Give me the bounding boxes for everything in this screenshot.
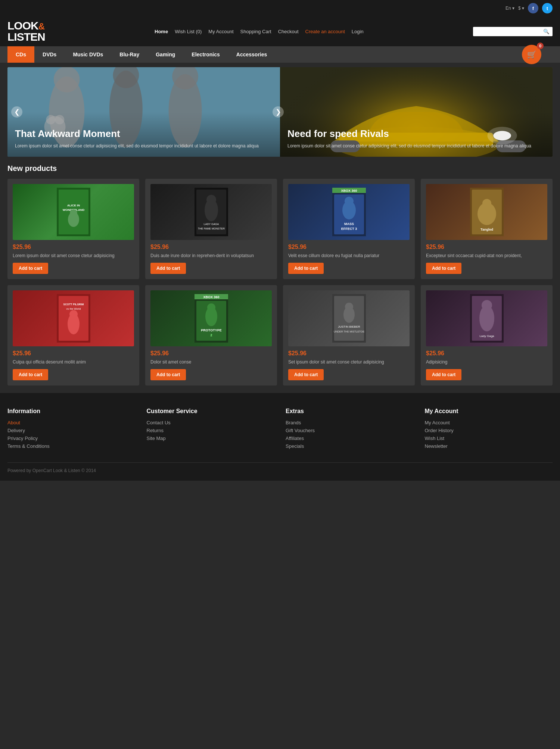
product-card-p1: ALICE IN WONDERLAND $25.96 Lorem ipsum d… — [7, 179, 139, 279]
footer-extras-title: Extras — [286, 408, 414, 415]
footer-link-order-history[interactable]: Order History — [425, 428, 553, 433]
product-price-p7: $25.96 — [288, 350, 410, 357]
logo-line2: LISTEN — [7, 31, 45, 43]
add-to-cart-p8[interactable]: Add to cart — [426, 369, 461, 380]
svg-text:Tangled: Tangled — [480, 228, 493, 231]
footer-information-title: Information — [7, 408, 136, 415]
product-desc-p2: Duis aute irure dolor in reprehen-derit … — [150, 253, 272, 259]
product-price-p1: $25.96 — [13, 244, 134, 250]
hero-right-panel: Need for speed Rivals Lorem ipsum dolor … — [280, 67, 553, 157]
hero-next-button[interactable]: ❯ — [273, 106, 284, 118]
footer-link-brands[interactable]: Brands — [286, 420, 414, 425]
product-price-p2: $25.96 — [150, 244, 272, 250]
cat-blu-ray[interactable]: Blu-Ray — [111, 46, 147, 63]
svg-point-69 — [482, 300, 492, 310]
product-card-p4: Tangled $25.96 Excepteur sint occaecat c… — [421, 179, 553, 279]
product-card-p6: XBOX 360 PROTOTYPE 2 $25.96 Dolor sit am… — [145, 285, 277, 386]
footer-link-affiliates[interactable]: Affiliates — [286, 436, 414, 441]
product-card-p7: JUSTIN BIEBER UNDER THE MISTLETOE $25.96… — [283, 285, 415, 386]
svg-point-31 — [206, 195, 216, 205]
product-image-p8: Lady Gaga — [426, 290, 547, 346]
product-price-p4: $25.96 — [426, 244, 547, 250]
products-section-title: New products — [7, 164, 553, 173]
footer-link-privacy[interactable]: Privacy Policy — [7, 436, 136, 441]
add-to-cart-p3[interactable]: Add to cart — [288, 263, 324, 274]
footer-link-contact[interactable]: Contact Us — [147, 420, 275, 425]
svg-point-50 — [69, 310, 78, 318]
product-card-p8: Lady Gaga $25.96 Adipisicing Add to cart — [421, 285, 553, 386]
footer-link-newsletter[interactable]: Newsletter — [425, 443, 553, 449]
footer-my-account-title: My Account — [425, 408, 553, 415]
footer-link-my-account[interactable]: My Account — [425, 420, 553, 425]
product-card-p2: LADY GAGA THE FAME MONSTER $25.96 Duis a… — [145, 179, 277, 279]
footer-link-about[interactable]: About — [7, 420, 136, 425]
hero-right-title: Need for speed Rivals — [287, 128, 531, 140]
site-logo[interactable]: LOOK& LISTEN — [7, 20, 45, 43]
product-image-p4: Tangled — [426, 184, 547, 240]
twitter-button[interactable]: t — [542, 3, 553, 13]
svg-point-39 — [345, 197, 354, 206]
svg-text:LADY GAGA: LADY GAGA — [203, 223, 219, 225]
footer-link-delivery[interactable]: Delivery — [7, 428, 136, 433]
search-input[interactable] — [473, 27, 540, 36]
footer-link-sitemap[interactable]: Site Map — [147, 436, 275, 441]
hero-left-title: That Awkward Moment — [15, 128, 259, 140]
cat-cds[interactable]: CDs — [7, 46, 34, 63]
add-to-cart-p5[interactable]: Add to cart — [13, 369, 48, 380]
add-to-cart-p6[interactable]: Add to cart — [150, 369, 186, 380]
product-desc-p1: Lorem ipsum dolor sit amet conse ctetur … — [13, 253, 134, 259]
svg-point-58 — [207, 303, 215, 312]
footer-grid: Information About Delivery Privacy Polic… — [7, 408, 553, 451]
svg-text:JUSTIN BIEBER: JUSTIN BIEBER — [338, 325, 360, 328]
cat-music-dvds[interactable]: Music DVDs — [65, 46, 111, 63]
svg-point-44 — [482, 199, 491, 208]
facebook-button[interactable]: f — [528, 3, 538, 13]
add-to-cart-p7[interactable]: Add to cart — [288, 369, 324, 380]
nav-home[interactable]: Home — [155, 29, 168, 34]
products-section: New products ALICE IN WONDERLAND $25.96 … — [7, 164, 553, 386]
footer: Information About Delivery Privacy Polic… — [0, 393, 560, 481]
product-image-p5: SCOTT PILGRIM vs the World — [13, 290, 134, 346]
footer-link-specials[interactable]: Specials — [286, 443, 414, 449]
cat-electronics[interactable]: Electronics — [183, 46, 228, 63]
footer-link-returns[interactable]: Returns — [147, 428, 275, 433]
cat-accessories[interactable]: Accessories — [228, 46, 276, 63]
add-to-cart-p2[interactable]: Add to cart — [150, 263, 186, 274]
cart-count: 0 — [537, 43, 544, 49]
svg-text:vs the World: vs the World — [66, 308, 81, 310]
footer-bottom: Powered by OpenCart Look & Listen © 2014 — [7, 462, 553, 473]
nav-my-account[interactable]: My Account — [208, 29, 233, 34]
product-desc-p5: Culpa qui officia deserunt mollit anim — [13, 359, 134, 365]
svg-point-10 — [55, 115, 64, 124]
nav-checkout[interactable]: Checkout — [278, 29, 299, 34]
add-to-cart-p4[interactable]: Add to cart — [426, 263, 461, 274]
hero-banner: That Awkward Moment Lorem ipsum dolor si… — [7, 67, 553, 157]
currency-selector[interactable]: $ ▾ — [518, 6, 524, 11]
footer-information: Information About Delivery Privacy Polic… — [7, 408, 136, 451]
nav-create-account[interactable]: Create an account — [305, 29, 345, 34]
footer-link-wish-list[interactable]: Wish List — [425, 436, 553, 441]
search-button[interactable]: 🔍 — [540, 27, 553, 36]
svg-text:PROTOTYPE: PROTOTYPE — [201, 328, 221, 332]
footer-link-gift-vouchers[interactable]: Gift Vouchers — [286, 428, 414, 433]
add-to-cart-p1[interactable]: Add to cart — [13, 263, 48, 274]
product-image-p6: XBOX 360 PROTOTYPE 2 — [150, 290, 272, 346]
svg-text:ALICE IN: ALICE IN — [67, 204, 80, 207]
hero-prev-button[interactable]: ❮ — [11, 106, 22, 118]
svg-text:2: 2 — [210, 333, 212, 337]
footer-link-terms[interactable]: Terms & Conditions — [7, 443, 136, 449]
svg-text:Lady Gaga: Lady Gaga — [479, 334, 494, 338]
footer-extras: Extras Brands Gift Vouchers Affiliates S… — [286, 408, 414, 451]
cat-dvds[interactable]: DVDs — [34, 46, 65, 63]
svg-text:MASS: MASS — [344, 222, 354, 226]
nav-login[interactable]: Login — [352, 29, 364, 34]
product-image-p3: XBOX 360 MASS EFFECT 3 — [288, 184, 410, 240]
nav-wishlist[interactable]: Wish List (0) — [175, 29, 202, 34]
cart-icon: 🛒 — [527, 50, 536, 59]
svg-point-64 — [345, 303, 353, 311]
language-selector[interactable]: En ▾ — [505, 6, 514, 11]
nav-shopping-cart[interactable]: Shopping Cart — [240, 29, 271, 34]
svg-text:THE FAME MONSTER: THE FAME MONSTER — [198, 227, 225, 230]
hero-left-desc: Lorem ipsum dolor sit amet conse ctetur … — [15, 143, 259, 149]
cat-gaming[interactable]: Gaming — [147, 46, 183, 63]
